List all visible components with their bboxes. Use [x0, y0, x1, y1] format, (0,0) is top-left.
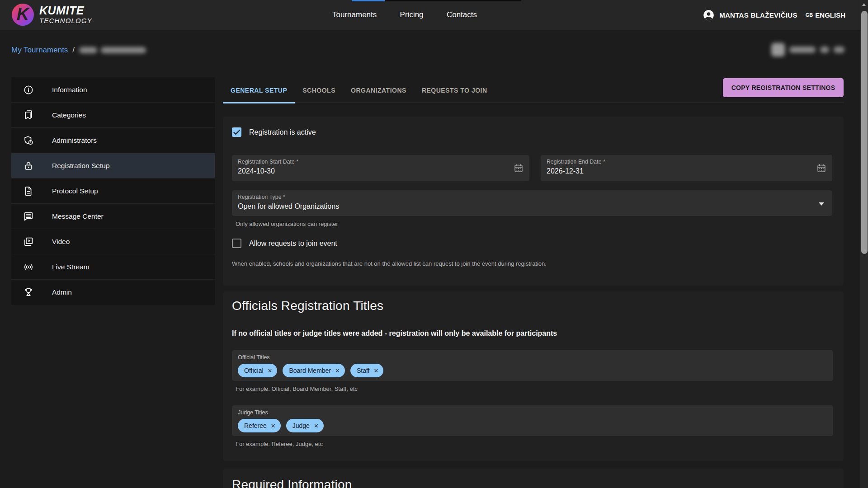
required-information-card: Required Information [223, 469, 844, 488]
breadcrumb-separator: / [72, 46, 75, 55]
app-header: K KUMITE TECHNOLOGY TournamentsPricingCo… [0, 0, 868, 30]
tab-schools[interactable]: SCHOOLS [295, 77, 343, 103]
document-icon [23, 186, 34, 197]
allow-requests-checkbox[interactable] [232, 239, 241, 248]
logo-letter: K [17, 5, 29, 24]
copy-registration-settings-button[interactable]: COPY REGISTRATION SETTINGS [723, 78, 844, 97]
start-date-value: 2024-10-30 [238, 167, 275, 175]
video-icon [23, 236, 34, 247]
tournament-sidebar: InformationCategoriesAdministratorsRegis… [11, 77, 215, 305]
sidebar-item-label: Video [52, 238, 70, 246]
official-titles-chips: Official✕Board Member✕Staff✕ [238, 364, 383, 377]
allow-requests-label: Allow requests to join event [249, 239, 337, 248]
sidebar-item-video[interactable]: Video [11, 229, 215, 254]
user-area[interactable]: MANTAS BLAŽEVIČIUS GB ENGLISH [703, 0, 845, 30]
allow-requests-row[interactable]: Allow requests to join event [232, 239, 337, 248]
scrollbar-thumb[interactable] [861, 11, 868, 254]
user-name: MANTAS BLAŽEVIČIUS [719, 11, 797, 19]
sidebar-item-categories[interactable]: Categories [11, 103, 215, 128]
sidebar-item-message-center[interactable]: Message Center [11, 204, 215, 229]
chip-label: Referee [244, 422, 267, 429]
browser-tab-sliver [352, 0, 385, 1]
end-date-value: 2026-12-31 [547, 167, 584, 175]
sidebar-item-label: Information [52, 86, 87, 94]
sidebar-item-label: Message Center [52, 212, 104, 221]
brand-text: KUMITE TECHNOLOGY [39, 5, 92, 24]
judge-titles-field[interactable]: Judge Titles Referee✕Judge✕ [232, 405, 833, 436]
officials-section-subtitle: If no official titles or judge titles we… [232, 329, 557, 338]
chip-label: Official [244, 367, 264, 374]
chip-remove-icon[interactable]: ✕ [268, 368, 273, 374]
sidebar-item-label: Protocol Setup [52, 187, 98, 195]
chip-remove-icon[interactable]: ✕ [271, 423, 276, 429]
chip-remove-icon[interactable]: ✕ [314, 423, 319, 429]
lock-icon [23, 160, 34, 171]
registration-type-value: Open for allowed Organizations [238, 202, 339, 211]
tab-organizations[interactable]: ORGANIZATIONS [343, 77, 414, 103]
general-setup-card: Registration is active Registration Star… [223, 117, 844, 286]
required-information-title: Required Information [232, 478, 352, 488]
official-titles-field[interactable]: Official Titles Official✕Board Member✕St… [232, 350, 833, 381]
official-title-chip[interactable]: Official✕ [238, 364, 277, 377]
redacted-badge-icon [771, 43, 785, 56]
live-stream-icon [23, 262, 34, 272]
registration-active-label: Registration is active [249, 128, 316, 136]
chip-label: Judge [292, 422, 310, 429]
tab-requests-to-join[interactable]: REQUESTS TO JOIN [414, 77, 495, 103]
registration-start-date-field[interactable]: Registration Start Date * 2024-10-30 [232, 155, 529, 181]
registration-type-label: Registration Type * [238, 194, 285, 200]
registration-active-checkbox[interactable] [232, 127, 241, 137]
sidebar-item-registration-setup[interactable]: Registration Setup [11, 153, 215, 178]
sidebar-item-admin[interactable]: Admin [11, 280, 215, 305]
app-window: K KUMITE TECHNOLOGY TournamentsPricingCo… [0, 0, 868, 488]
calendar-icon[interactable] [513, 163, 524, 174]
official-title-chip[interactable]: Board Member✕ [283, 364, 345, 377]
officials-section-title: Officials Registration Titles [232, 299, 383, 313]
nav-link-contacts[interactable]: Contacts [447, 10, 477, 19]
nav-link-tournaments[interactable]: Tournaments [332, 10, 377, 19]
breadcrumb-my-tournaments-link[interactable]: My Tournaments [11, 46, 68, 55]
brand-logo[interactable]: K KUMITE TECHNOLOGY [12, 4, 92, 26]
sidebar-item-protocol-setup[interactable]: Protocol Setup [11, 178, 215, 204]
breadcrumb: My Tournaments / [11, 46, 146, 55]
brand-title: KUMITE [39, 5, 92, 16]
judge-titles-label: Judge Titles [238, 409, 268, 416]
sidebar-item-live-stream[interactable]: Live Stream [11, 254, 215, 280]
trophy-icon [23, 287, 34, 298]
chip-remove-icon[interactable]: ✕ [335, 368, 340, 374]
sidebar-item-label: Categories [52, 111, 86, 119]
judge-title-chip[interactable]: Judge✕ [286, 419, 324, 432]
sidebar-item-information[interactable]: Information [11, 77, 215, 103]
official-titles-label: Official Titles [238, 354, 270, 361]
language-flag: GB [806, 12, 813, 18]
redacted-date-badge [771, 43, 844, 56]
officials-titles-card: Officials Registration Titles If no offi… [223, 291, 844, 461]
official-title-chip[interactable]: Staff✕ [350, 364, 383, 377]
registration-active-row[interactable]: Registration is active [232, 127, 316, 137]
judge-title-chip[interactable]: Referee✕ [238, 419, 281, 432]
main-nav: TournamentsPricingContacts [332, 0, 477, 30]
nav-link-pricing[interactable]: Pricing [400, 10, 424, 19]
end-date-label: Registration End Date * [547, 159, 605, 165]
sidebar-item-administrators[interactable]: Administrators [11, 128, 215, 153]
registration-type-select[interactable]: Registration Type * Open for allowed Org… [232, 190, 832, 216]
chip-remove-icon[interactable]: ✕ [374, 368, 379, 374]
brand-subtitle: TECHNOLOGY [39, 17, 92, 25]
registration-end-date-field[interactable]: Registration End Date * 2026-12-31 [541, 155, 832, 181]
info-icon [23, 84, 34, 95]
scrollbar[interactable] [860, 0, 868, 488]
scroll-up-arrow-icon[interactable] [862, 3, 866, 6]
categories-icon [23, 110, 34, 121]
account-circle-icon [703, 9, 715, 21]
redacted-tournament-name [79, 47, 146, 53]
language-switcher[interactable]: GB ENGLISH [806, 11, 845, 19]
chevron-down-icon [819, 202, 824, 206]
main-content: GENERAL SETUPSCHOOLSORGANIZATIONSREQUEST… [223, 77, 844, 488]
chip-label: Board Member [289, 367, 331, 374]
judge-titles-chips: Referee✕Judge✕ [238, 419, 324, 432]
tab-general-setup[interactable]: GENERAL SETUP [223, 77, 295, 103]
message-icon [23, 211, 34, 222]
start-date-label: Registration Start Date * [238, 159, 298, 165]
kumite-logo-icon: K [12, 4, 34, 26]
calendar-icon[interactable] [816, 163, 827, 174]
